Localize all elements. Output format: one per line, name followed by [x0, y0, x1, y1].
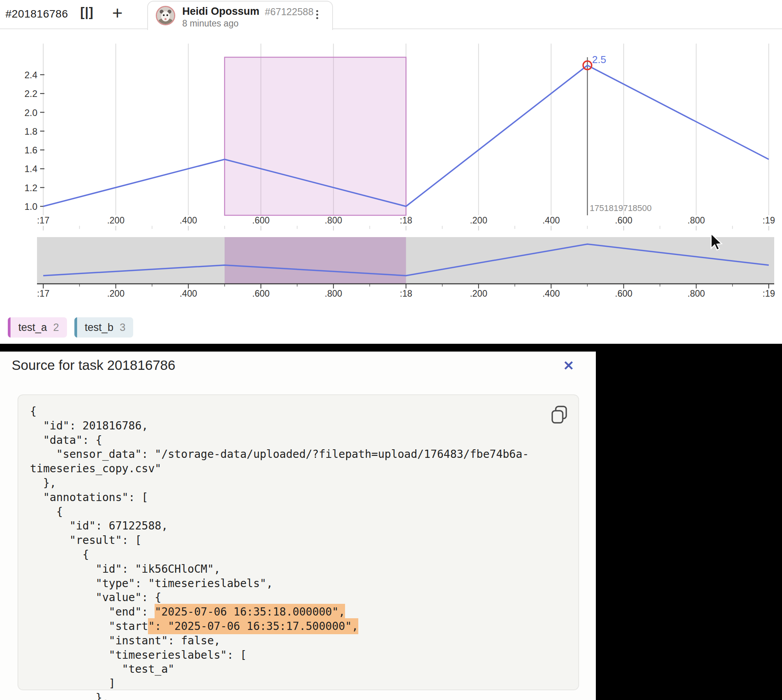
annotation-workspace: :17.200.400.600.800:18.200.400.600.800:1… [0, 0, 782, 700]
overview-tick-label: .600 [615, 288, 632, 299]
annotation-tab[interactable]: Heidi Opossum #67122588 8 minutes ago [147, 1, 333, 30]
point-value-label: 2.5 [592, 54, 606, 65]
close-icon[interactable]: ✕ [560, 357, 577, 374]
bottom-section: Source for task 201816786 ✕ { "id": 2018… [0, 352, 782, 700]
overview-tick-label: .800 [687, 288, 705, 299]
json-source-block: { "id": 201816786, "data": { "sensor_dat… [18, 394, 579, 690]
x-tick-label: .400 [180, 215, 197, 225]
label-count: 2 [53, 322, 67, 334]
json-source-text: { "id": 201816786, "data": { "sensor_dat… [30, 405, 529, 700]
y-tick-label: 1.8 [25, 126, 37, 137]
y-tick-label: 1.6 [25, 145, 37, 155]
opossum-avatar-image [157, 7, 174, 24]
overview-tick-label: :17 [37, 288, 49, 299]
columns-icon[interactable]: [|] [80, 5, 93, 19]
x-tick-label: .800 [325, 215, 342, 225]
overview-chart: :17.200.400.600.800:18.200.400.600.800:1… [37, 237, 775, 299]
label-count: 3 [120, 322, 133, 334]
y-tick-label: 2.0 [25, 107, 37, 118]
main-chart: :17.200.400.600.800:18.200.400.600.800:1… [25, 44, 775, 230]
crosshair-timestamp-label: 1751819718500 [590, 203, 652, 213]
y-tick-label: 2.2 [25, 88, 37, 99]
json-line: "start": "2025-07-06 16:35:17.500000", [30, 619, 529, 634]
timeseries-chart[interactable]: :17.200.400.600.800:18.200.400.600.800:1… [0, 0, 782, 344]
copy-icon[interactable] [550, 405, 569, 426]
highlighted-json-text: "2025-07-06 16:35:18.000000", [155, 604, 345, 620]
json-line: "id": 201816786, [30, 419, 529, 433]
json-line: "end": "2025-07-06 16:35:18.000000", [30, 605, 529, 619]
x-tick-label: .800 [687, 215, 705, 225]
x-tick-label: .200 [107, 215, 125, 225]
tab-bar: #201816786 [|] + Heidi Opossum #67122588… [0, 0, 782, 29]
json-line: "result": [ [30, 533, 529, 548]
x-tick-label: :17 [37, 215, 49, 225]
overview-tick-label: .200 [107, 288, 125, 299]
json-line: { [30, 548, 529, 562]
label-chip-test-b[interactable]: test_b 3 [74, 317, 134, 338]
json-line: "test_a" [30, 662, 529, 677]
highlighted-json-text: ": "2025-07-06 16:35:17.500000", [148, 618, 358, 634]
json-line: "instant": false, [30, 634, 529, 648]
annotator-name: Heidi Opossum [182, 5, 259, 18]
overview-tick-label: .400 [180, 288, 197, 299]
x-tick-label: .600 [252, 215, 270, 225]
json-line: }, [30, 476, 529, 491]
kebab-menu-icon[interactable] [313, 9, 321, 24]
overview-tick-label: .200 [470, 288, 487, 299]
annotation-region-overview[interactable] [225, 237, 406, 283]
x-tick-label: :19 [763, 215, 775, 225]
y-tick-label: 1.4 [25, 164, 37, 174]
label-color-stripe [8, 317, 11, 338]
label-name: test_b [77, 322, 120, 334]
y-tick-label: 1.0 [25, 201, 37, 212]
label-name: test_a [11, 322, 53, 334]
json-line: timeseries_copy.csv" [30, 462, 529, 476]
json-line: "annotations": [ [30, 491, 529, 505]
overview-tick-label: :18 [400, 288, 412, 299]
overview-tick-label: :19 [763, 288, 775, 299]
modal-title: Source for task 201816786 [12, 357, 175, 373]
label-chips: test_a 2 test_b 3 [8, 317, 133, 338]
avatar [156, 6, 175, 25]
label-color-stripe [74, 317, 77, 338]
json-line: "data": { [30, 433, 529, 448]
source-modal: Source for task 201816786 ✕ { "id": 2018… [0, 352, 596, 700]
task-id: #201816786 [5, 8, 68, 20]
json-line: { [30, 405, 529, 419]
overview-tick-label: .400 [542, 288, 560, 299]
y-tick-label: 1.2 [25, 183, 37, 193]
overview-tick-label: .800 [325, 288, 342, 299]
json-line: ] [30, 677, 529, 691]
label-chip-test-a[interactable]: test_a 2 [8, 317, 67, 338]
x-tick-label: .600 [615, 215, 632, 225]
json-line: "value": { [30, 591, 529, 605]
section-divider [0, 344, 782, 352]
x-tick-label: :18 [400, 215, 412, 225]
overview-tick-label: .600 [252, 288, 270, 299]
json-line: "type": "timeserieslabels", [30, 577, 529, 591]
json-line: "sensor_data": "/storage-data/uploaded/?… [30, 447, 529, 462]
annotation-region-main[interactable] [225, 57, 406, 215]
x-tick-label: .200 [470, 215, 487, 225]
json-line: "id": 67122588, [30, 519, 529, 533]
annotation-time-ago: 8 minutes ago [182, 18, 238, 29]
x-tick-label: .400 [542, 215, 560, 225]
json-line: "id": "ik56CHloCM", [30, 562, 529, 577]
json-line: "timeserieslabels": [ [30, 648, 529, 663]
add-annotation-icon[interactable]: + [112, 2, 123, 23]
json-line: { [30, 505, 529, 519]
y-tick-label: 2.4 [25, 70, 37, 80]
annotation-id: #67122588 [265, 6, 314, 18]
json-line: }, [30, 691, 529, 700]
